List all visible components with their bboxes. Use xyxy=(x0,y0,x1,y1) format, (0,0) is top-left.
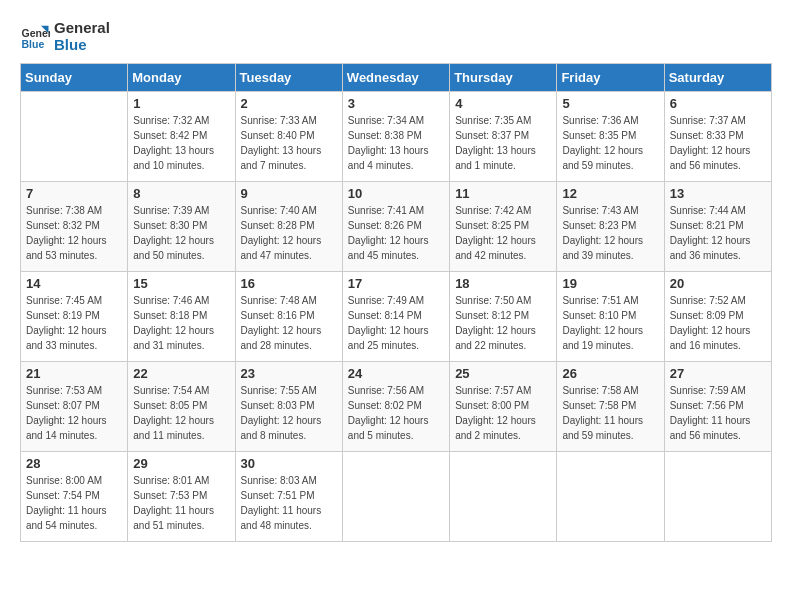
day-number: 19 xyxy=(562,276,658,291)
day-number: 29 xyxy=(133,456,229,471)
calendar-cell: 19Sunrise: 7:51 AM Sunset: 8:10 PM Dayli… xyxy=(557,272,664,362)
calendar-cell: 27Sunrise: 7:59 AM Sunset: 7:56 PM Dayli… xyxy=(664,362,771,452)
calendar-cell: 18Sunrise: 7:50 AM Sunset: 8:12 PM Dayli… xyxy=(450,272,557,362)
day-info: Sunrise: 7:41 AM Sunset: 8:26 PM Dayligh… xyxy=(348,203,444,263)
logo: General Blue General Blue xyxy=(20,20,110,53)
calendar-cell xyxy=(21,92,128,182)
day-number: 24 xyxy=(348,366,444,381)
calendar-cell xyxy=(450,452,557,542)
day-header-friday: Friday xyxy=(557,64,664,92)
calendar-cell: 23Sunrise: 7:55 AM Sunset: 8:03 PM Dayli… xyxy=(235,362,342,452)
calendar-cell xyxy=(342,452,449,542)
day-info: Sunrise: 7:36 AM Sunset: 8:35 PM Dayligh… xyxy=(562,113,658,173)
day-info: Sunrise: 7:43 AM Sunset: 8:23 PM Dayligh… xyxy=(562,203,658,263)
calendar-cell: 24Sunrise: 7:56 AM Sunset: 8:02 PM Dayli… xyxy=(342,362,449,452)
day-number: 11 xyxy=(455,186,551,201)
logo-general: General xyxy=(54,20,110,37)
calendar-cell: 29Sunrise: 8:01 AM Sunset: 7:53 PM Dayli… xyxy=(128,452,235,542)
day-info: Sunrise: 7:48 AM Sunset: 8:16 PM Dayligh… xyxy=(241,293,337,353)
day-number: 16 xyxy=(241,276,337,291)
day-number: 20 xyxy=(670,276,766,291)
calendar-cell: 30Sunrise: 8:03 AM Sunset: 7:51 PM Dayli… xyxy=(235,452,342,542)
day-info: Sunrise: 8:00 AM Sunset: 7:54 PM Dayligh… xyxy=(26,473,122,533)
day-info: Sunrise: 7:46 AM Sunset: 8:18 PM Dayligh… xyxy=(133,293,229,353)
day-number: 10 xyxy=(348,186,444,201)
day-number: 26 xyxy=(562,366,658,381)
calendar-cell: 13Sunrise: 7:44 AM Sunset: 8:21 PM Dayli… xyxy=(664,182,771,272)
day-info: Sunrise: 7:56 AM Sunset: 8:02 PM Dayligh… xyxy=(348,383,444,443)
day-info: Sunrise: 7:57 AM Sunset: 8:00 PM Dayligh… xyxy=(455,383,551,443)
day-header-monday: Monday xyxy=(128,64,235,92)
day-number: 2 xyxy=(241,96,337,111)
calendar-cell: 9Sunrise: 7:40 AM Sunset: 8:28 PM Daylig… xyxy=(235,182,342,272)
calendar-cell xyxy=(664,452,771,542)
calendar-cell: 21Sunrise: 7:53 AM Sunset: 8:07 PM Dayli… xyxy=(21,362,128,452)
day-number: 1 xyxy=(133,96,229,111)
day-number: 18 xyxy=(455,276,551,291)
calendar-cell: 11Sunrise: 7:42 AM Sunset: 8:25 PM Dayli… xyxy=(450,182,557,272)
day-info: Sunrise: 7:32 AM Sunset: 8:42 PM Dayligh… xyxy=(133,113,229,173)
day-info: Sunrise: 8:01 AM Sunset: 7:53 PM Dayligh… xyxy=(133,473,229,533)
day-info: Sunrise: 7:39 AM Sunset: 8:30 PM Dayligh… xyxy=(133,203,229,263)
svg-text:Blue: Blue xyxy=(22,37,45,49)
calendar-table: SundayMondayTuesdayWednesdayThursdayFrid… xyxy=(20,63,772,542)
day-number: 30 xyxy=(241,456,337,471)
logo-icon: General Blue xyxy=(20,22,50,52)
calendar-header: SundayMondayTuesdayWednesdayThursdayFrid… xyxy=(21,64,772,92)
day-number: 15 xyxy=(133,276,229,291)
day-info: Sunrise: 7:53 AM Sunset: 8:07 PM Dayligh… xyxy=(26,383,122,443)
day-info: Sunrise: 7:50 AM Sunset: 8:12 PM Dayligh… xyxy=(455,293,551,353)
day-number: 3 xyxy=(348,96,444,111)
page-header: General Blue General Blue xyxy=(20,20,772,53)
day-number: 28 xyxy=(26,456,122,471)
calendar-cell: 16Sunrise: 7:48 AM Sunset: 8:16 PM Dayli… xyxy=(235,272,342,362)
day-header-saturday: Saturday xyxy=(664,64,771,92)
day-info: Sunrise: 7:38 AM Sunset: 8:32 PM Dayligh… xyxy=(26,203,122,263)
day-info: Sunrise: 7:59 AM Sunset: 7:56 PM Dayligh… xyxy=(670,383,766,443)
day-number: 9 xyxy=(241,186,337,201)
day-info: Sunrise: 7:33 AM Sunset: 8:40 PM Dayligh… xyxy=(241,113,337,173)
day-number: 23 xyxy=(241,366,337,381)
calendar-cell xyxy=(557,452,664,542)
day-header-sunday: Sunday xyxy=(21,64,128,92)
day-number: 8 xyxy=(133,186,229,201)
calendar-cell: 28Sunrise: 8:00 AM Sunset: 7:54 PM Dayli… xyxy=(21,452,128,542)
day-number: 22 xyxy=(133,366,229,381)
day-info: Sunrise: 7:58 AM Sunset: 7:58 PM Dayligh… xyxy=(562,383,658,443)
calendar-cell: 8Sunrise: 7:39 AM Sunset: 8:30 PM Daylig… xyxy=(128,182,235,272)
day-number: 21 xyxy=(26,366,122,381)
day-info: Sunrise: 8:03 AM Sunset: 7:51 PM Dayligh… xyxy=(241,473,337,533)
day-number: 13 xyxy=(670,186,766,201)
day-number: 25 xyxy=(455,366,551,381)
day-header-tuesday: Tuesday xyxy=(235,64,342,92)
day-number: 14 xyxy=(26,276,122,291)
day-number: 7 xyxy=(26,186,122,201)
calendar-cell: 6Sunrise: 7:37 AM Sunset: 8:33 PM Daylig… xyxy=(664,92,771,182)
day-info: Sunrise: 7:49 AM Sunset: 8:14 PM Dayligh… xyxy=(348,293,444,353)
calendar-cell: 12Sunrise: 7:43 AM Sunset: 8:23 PM Dayli… xyxy=(557,182,664,272)
day-info: Sunrise: 7:35 AM Sunset: 8:37 PM Dayligh… xyxy=(455,113,551,173)
day-info: Sunrise: 7:45 AM Sunset: 8:19 PM Dayligh… xyxy=(26,293,122,353)
day-info: Sunrise: 7:52 AM Sunset: 8:09 PM Dayligh… xyxy=(670,293,766,353)
calendar-cell: 15Sunrise: 7:46 AM Sunset: 8:18 PM Dayli… xyxy=(128,272,235,362)
day-number: 12 xyxy=(562,186,658,201)
calendar-cell: 1Sunrise: 7:32 AM Sunset: 8:42 PM Daylig… xyxy=(128,92,235,182)
day-number: 6 xyxy=(670,96,766,111)
calendar-cell: 22Sunrise: 7:54 AM Sunset: 8:05 PM Dayli… xyxy=(128,362,235,452)
calendar-cell: 4Sunrise: 7:35 AM Sunset: 8:37 PM Daylig… xyxy=(450,92,557,182)
day-header-thursday: Thursday xyxy=(450,64,557,92)
day-info: Sunrise: 7:34 AM Sunset: 8:38 PM Dayligh… xyxy=(348,113,444,173)
calendar-cell: 17Sunrise: 7:49 AM Sunset: 8:14 PM Dayli… xyxy=(342,272,449,362)
calendar-cell: 10Sunrise: 7:41 AM Sunset: 8:26 PM Dayli… xyxy=(342,182,449,272)
day-number: 17 xyxy=(348,276,444,291)
calendar-cell: 3Sunrise: 7:34 AM Sunset: 8:38 PM Daylig… xyxy=(342,92,449,182)
day-info: Sunrise: 7:54 AM Sunset: 8:05 PM Dayligh… xyxy=(133,383,229,443)
logo-blue: Blue xyxy=(54,37,110,54)
day-info: Sunrise: 7:40 AM Sunset: 8:28 PM Dayligh… xyxy=(241,203,337,263)
calendar-cell: 26Sunrise: 7:58 AM Sunset: 7:58 PM Dayli… xyxy=(557,362,664,452)
calendar-cell: 14Sunrise: 7:45 AM Sunset: 8:19 PM Dayli… xyxy=(21,272,128,362)
calendar-cell: 5Sunrise: 7:36 AM Sunset: 8:35 PM Daylig… xyxy=(557,92,664,182)
day-info: Sunrise: 7:37 AM Sunset: 8:33 PM Dayligh… xyxy=(670,113,766,173)
calendar-cell: 2Sunrise: 7:33 AM Sunset: 8:40 PM Daylig… xyxy=(235,92,342,182)
day-number: 4 xyxy=(455,96,551,111)
